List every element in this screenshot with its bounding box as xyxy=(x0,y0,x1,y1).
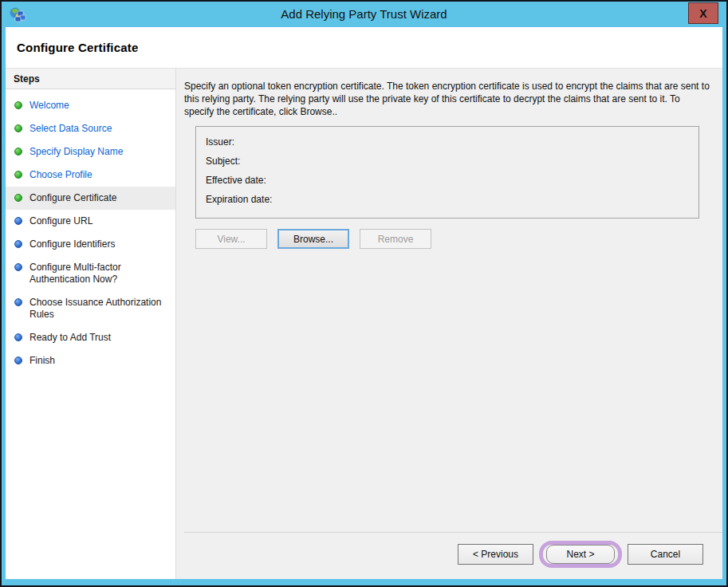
remove-button[interactable]: Remove xyxy=(360,229,431,249)
step-configure-mfa[interactable]: Configure Multi-factor Authentication No… xyxy=(6,256,175,291)
step-configure-url[interactable]: Configure URL xyxy=(6,210,175,233)
step-status-icon xyxy=(14,101,22,109)
step-choose-profile[interactable]: Choose Profile xyxy=(6,163,175,187)
step-status-icon xyxy=(14,333,22,341)
next-button-highlight-annotation: Next > xyxy=(539,541,622,568)
step-configure-certificate[interactable]: Configure Certificate xyxy=(6,187,175,210)
step-status-icon xyxy=(14,194,22,202)
step-configure-identifiers[interactable]: Configure Identifiers xyxy=(6,233,175,256)
step-welcome[interactable]: Welcome xyxy=(6,94,175,117)
close-button[interactable]: X xyxy=(688,2,718,24)
wizard-navigation: < Previous Next > Cancel xyxy=(184,532,722,579)
step-status-icon xyxy=(14,217,22,225)
step-finish[interactable]: Finish xyxy=(6,349,175,372)
browse-button[interactable]: Browse... xyxy=(277,229,349,249)
view-button[interactable]: View... xyxy=(195,229,267,249)
window-title: Add Relying Party Trust Wizard xyxy=(2,2,726,27)
title-bar: Add Relying Party Trust Wizard X xyxy=(2,2,726,27)
steps-panel: Steps Welcome Select Data Source Specify… xyxy=(6,69,176,579)
step-ready-to-add-trust[interactable]: Ready to Add Trust xyxy=(6,326,175,349)
previous-button[interactable]: < Previous xyxy=(458,544,533,565)
step-status-icon xyxy=(14,357,22,364)
page-header: Configure Certificate xyxy=(6,27,722,69)
step-status-icon xyxy=(14,171,22,179)
step-status-icon xyxy=(14,298,22,306)
certificate-effective-date-label: Effective date: xyxy=(206,171,689,190)
step-select-data-source[interactable]: Select Data Source xyxy=(6,117,175,140)
adfs-wizard-icon xyxy=(8,5,27,24)
step-status-icon xyxy=(14,263,22,271)
certificate-subject-label: Subject: xyxy=(206,152,689,171)
step-choose-issuance-rules[interactable]: Choose Issuance Authorization Rules xyxy=(6,291,175,326)
next-button[interactable]: Next > xyxy=(546,545,615,564)
steps-header: Steps xyxy=(6,69,175,89)
step-status-icon xyxy=(14,148,22,156)
step-status-icon xyxy=(14,240,22,248)
page-title: Configure Certificate xyxy=(17,41,139,54)
content-spacer xyxy=(184,249,722,532)
wizard-dialog: Configure Certificate Steps Welcome Sele… xyxy=(6,27,722,579)
wizard-window: Add Relying Party Trust Wizard X Configu… xyxy=(0,0,728,587)
certificate-actions: View... Browse... Remove xyxy=(195,229,722,249)
certificate-expiration-date-label: Expiration date: xyxy=(206,190,689,209)
content-pane: Specify an optional token encryption cer… xyxy=(176,69,722,579)
certificate-issuer-label: Issuer: xyxy=(206,132,689,152)
cancel-button[interactable]: Cancel xyxy=(628,544,703,565)
certificate-details-box: Issuer: Subject: Effective date: Expirat… xyxy=(195,126,699,219)
step-status-icon xyxy=(14,124,22,132)
steps-list: Welcome Select Data Source Specify Displ… xyxy=(6,94,175,372)
step-specify-display-name[interactable]: Specify Display Name xyxy=(6,140,175,163)
page-description: Specify an optional token encryption cer… xyxy=(184,80,710,118)
